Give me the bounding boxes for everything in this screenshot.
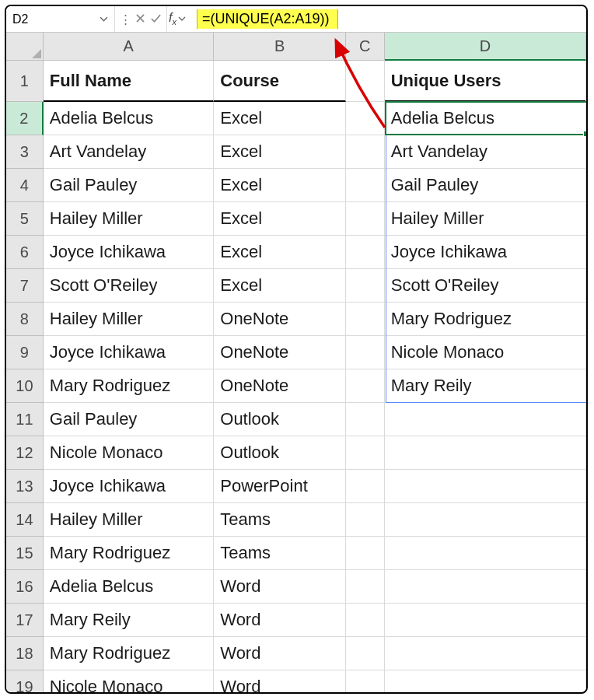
cell-unique[interactable]: Joyce Ichikawa [385, 236, 586, 269]
cell-course[interactable]: PowerPoint [214, 470, 346, 503]
cell[interactable] [346, 61, 385, 102]
header-cell-unique[interactable]: Unique Users [385, 61, 586, 102]
cell[interactable] [346, 637, 385, 670]
cell-course[interactable]: Teams [214, 503, 346, 537]
cell-unique[interactable] [385, 637, 586, 670]
cell[interactable] [346, 470, 385, 503]
enter-icon[interactable] [150, 12, 162, 26]
cell-fullname[interactable]: Hailey Miller [44, 303, 214, 336]
cell-fullname[interactable]: Art Vandelay [44, 135, 214, 169]
column-header-A[interactable]: A [44, 33, 214, 61]
row-header[interactable]: 12 [6, 436, 44, 470]
cell[interactable] [346, 169, 385, 202]
cancel-icon[interactable] [135, 12, 145, 26]
cell-course[interactable]: Excel [214, 236, 346, 269]
fill-handle[interactable] [585, 99, 588, 105]
cell-fullname[interactable]: Adelia Belcus [44, 102, 214, 135]
cell-fullname[interactable]: Scott O'Reiley [44, 269, 214, 303]
cell-fullname[interactable]: Mary Rodriguez [44, 369, 214, 403]
cell-course[interactable]: Teams [214, 537, 346, 570]
row-header[interactable]: 4 [6, 169, 44, 202]
cell-unique[interactable] [385, 403, 586, 436]
cell-unique[interactable] [385, 503, 586, 537]
row-header[interactable]: 19 [6, 670, 44, 694]
row-header[interactable]: 1 [6, 61, 44, 102]
cell[interactable] [346, 303, 385, 336]
row-header[interactable]: 7 [6, 269, 44, 303]
cell-unique[interactable] [385, 436, 586, 470]
cell-course[interactable]: Word [214, 604, 346, 637]
cell[interactable] [346, 436, 385, 470]
cell-fullname[interactable]: Hailey Miller [44, 202, 214, 236]
select-all-corner[interactable] [6, 33, 44, 61]
cell-unique[interactable] [385, 537, 586, 570]
cell-course[interactable]: Excel [214, 102, 346, 135]
cell-course[interactable]: OneNote [214, 336, 346, 369]
cell-fullname[interactable]: Adelia Belcus [44, 570, 214, 604]
cell-fullname[interactable]: Mary Reily [44, 604, 214, 637]
row-header[interactable]: 2 [6, 102, 44, 135]
row-header[interactable]: 9 [6, 336, 44, 369]
row-header[interactable]: 8 [6, 303, 44, 336]
cell[interactable] [346, 604, 385, 637]
cell-unique[interactable]: Nicole Monaco [385, 336, 586, 369]
column-header-B[interactable]: B [214, 33, 346, 61]
row-header[interactable]: 16 [6, 570, 44, 604]
cell[interactable] [346, 236, 385, 269]
cell[interactable] [346, 670, 385, 694]
cell-unique[interactable]: Art Vandelay [385, 135, 586, 169]
cell[interactable] [346, 403, 385, 436]
cell-course[interactable]: OneNote [214, 369, 346, 403]
row-header[interactable]: 5 [6, 202, 44, 236]
fx-button[interactable]: fx [167, 6, 190, 32]
cell-fullname[interactable]: Gail Pauley [44, 169, 214, 202]
cell-fullname[interactable]: Mary Rodriguez [44, 537, 214, 570]
cell[interactable] [346, 202, 385, 236]
column-header-C[interactable]: C [346, 33, 385, 61]
cell-unique[interactable]: Adelia Belcus [385, 102, 586, 135]
cell-unique[interactable]: Scott O'Reiley [385, 269, 586, 303]
cell-course[interactable]: Excel [214, 269, 346, 303]
cell-course[interactable]: OneNote [214, 303, 346, 336]
cell-course[interactable]: Word [214, 570, 346, 604]
column-header-D[interactable]: D [385, 33, 586, 61]
header-cell-fullname[interactable]: Full Name [44, 61, 214, 102]
cell-unique[interactable]: Mary Rodriguez [385, 303, 586, 336]
row-header[interactable]: 18 [6, 637, 44, 670]
cell-unique[interactable]: Gail Pauley [385, 169, 586, 202]
row-header[interactable]: 13 [6, 470, 44, 503]
cell[interactable] [346, 503, 385, 537]
row-header[interactable]: 17 [6, 604, 44, 637]
cell[interactable] [346, 570, 385, 604]
cell-fullname[interactable]: Mary Rodriguez [44, 637, 214, 670]
row-header[interactable]: 6 [6, 236, 44, 269]
row-header[interactable]: 10 [6, 369, 44, 403]
cell-course[interactable]: Outlook [214, 436, 346, 470]
header-cell-course[interactable]: Course [214, 61, 346, 102]
cell[interactable] [346, 369, 385, 403]
cell-fullname[interactable]: Joyce Ichikawa [44, 336, 214, 369]
formula-input[interactable]: =(UNIQUE(A2:A19)) [190, 6, 586, 32]
row-header[interactable]: 11 [6, 403, 44, 436]
cell-course[interactable]: Outlook [214, 403, 346, 436]
cell-unique[interactable] [385, 670, 586, 694]
cell-fullname[interactable]: Joyce Ichikawa [44, 236, 214, 269]
cell-course[interactable]: Excel [214, 169, 346, 202]
cell[interactable] [346, 269, 385, 303]
cell-fullname[interactable]: Hailey Miller [44, 503, 214, 537]
row-header[interactable]: 3 [6, 135, 44, 169]
cell-course[interactable]: Excel [214, 135, 346, 169]
row-header[interactable]: 14 [6, 503, 44, 537]
cell-unique[interactable]: Mary Reily [385, 369, 586, 403]
cell-course[interactable]: Excel [214, 202, 346, 236]
cell-unique[interactable]: Hailey Miller [385, 202, 586, 236]
cell[interactable] [346, 102, 385, 135]
cell-unique[interactable] [385, 570, 586, 604]
chevron-down-icon[interactable] [178, 14, 186, 25]
cell[interactable] [346, 336, 385, 369]
cell-fullname[interactable]: Nicole Monaco [44, 436, 214, 470]
cell-course[interactable]: Word [214, 670, 346, 694]
name-box[interactable]: D2 [6, 6, 115, 32]
cell-fullname[interactable]: Gail Pauley [44, 403, 214, 436]
chevron-down-icon[interactable] [100, 12, 108, 26]
